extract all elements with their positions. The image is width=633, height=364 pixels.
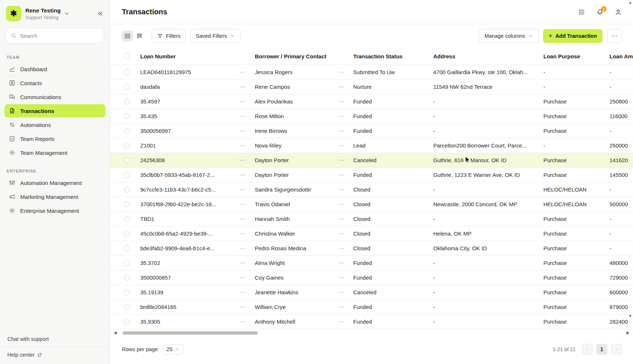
sidebar-item-marketing-management[interactable]: Marketing Management bbox=[4, 190, 105, 203]
kanban-view-button[interactable] bbox=[134, 30, 145, 41]
rows-per-page-select[interactable]: 25 bbox=[163, 344, 184, 354]
table-row[interactable]: LEAD640118129975 ⋯ Jessica Rogers ⋯ Subm… bbox=[110, 65, 633, 80]
table-row[interactable]: 35.3702 ⋯ Alma Wright ⋯ Funded - Purchas… bbox=[110, 256, 633, 270]
row-actions-ellipsis-icon[interactable]: ⋯ bbox=[239, 201, 246, 207]
notifications-bell-icon[interactable]: 1 bbox=[596, 8, 604, 16]
row-checkbox[interactable] bbox=[124, 187, 130, 193]
row-actions-ellipsis-icon[interactable]: ⋯ bbox=[239, 128, 246, 134]
row-actions-ellipsis-icon[interactable]: ⋯ bbox=[339, 230, 345, 237]
tasks-checklist-icon[interactable] bbox=[578, 8, 585, 16]
select-all-checkbox[interactable] bbox=[124, 53, 130, 59]
row-actions-ellipsis-icon[interactable]: ⋯ bbox=[339, 157, 345, 163]
scroll-up-icon[interactable]: ▲ bbox=[629, 1, 632, 4]
workspace-switcher[interactable]: ✱ Rene Testing Support Testing bbox=[0, 0, 110, 26]
row-checkbox[interactable] bbox=[124, 128, 130, 134]
row-actions-ellipsis-icon[interactable]: ⋯ bbox=[239, 113, 246, 119]
previous-page-button[interactable] bbox=[582, 344, 593, 355]
row-actions-ellipsis-icon[interactable]: ⋯ bbox=[339, 245, 345, 251]
row-actions-ellipsis-icon[interactable]: ⋯ bbox=[239, 157, 246, 163]
table-row[interactable]: dasdafa ⋯ Rene Campos ⋯ Nurture 11549 NW… bbox=[110, 80, 633, 94]
horizontal-scrollbar[interactable]: ◀ ▶ bbox=[110, 329, 633, 336]
row-actions-ellipsis-icon[interactable]: ⋯ bbox=[339, 318, 345, 325]
row-checkbox[interactable] bbox=[124, 260, 130, 266]
horizontal-scrollbar-thumb[interactable] bbox=[123, 331, 258, 335]
sidebar-item-automation-management[interactable]: Automation Management bbox=[4, 176, 105, 189]
more-options-button[interactable]: ⋯ bbox=[607, 29, 622, 43]
row-actions-ellipsis-icon[interactable]: ⋯ bbox=[339, 216, 345, 222]
table-row[interactable]: 37001f68-2f60-422e-be2c-18... ⋯ Travis O… bbox=[110, 197, 633, 212]
row-actions-ellipsis-icon[interactable]: ⋯ bbox=[339, 98, 345, 105]
row-actions-ellipsis-icon[interactable]: ⋯ bbox=[239, 318, 246, 325]
row-actions-ellipsis-icon[interactable]: ⋯ bbox=[239, 230, 246, 237]
row-checkbox[interactable] bbox=[124, 143, 130, 149]
row-actions-ellipsis-icon[interactable]: ⋯ bbox=[339, 304, 345, 310]
sidebar-item-team-management[interactable]: Team Management bbox=[4, 146, 105, 159]
table-row[interactable]: 35.435 ⋯ Rose Milton ⋯ Funded - Purchase… bbox=[110, 109, 633, 124]
page-1-button[interactable]: 1 bbox=[596, 344, 607, 355]
sidebar-item-enterprise-management[interactable]: Enterprise Management bbox=[4, 204, 105, 217]
row-actions-ellipsis-icon[interactable]: ⋯ bbox=[339, 172, 345, 178]
row-checkbox[interactable] bbox=[124, 245, 130, 251]
row-actions-ellipsis-icon[interactable]: ⋯ bbox=[339, 69, 345, 75]
table-row[interactable]: 3500056997 ⋯ Irene Birrows ⋯ Funded - Pu… bbox=[110, 124, 633, 138]
row-actions-ellipsis-icon[interactable]: ⋯ bbox=[339, 260, 345, 266]
scroll-right-icon[interactable]: ▶ bbox=[626, 331, 629, 335]
row-checkbox[interactable] bbox=[124, 113, 130, 119]
saved-filters-button[interactable]: Saved Filters bbox=[190, 29, 240, 43]
row-actions-ellipsis-icon[interactable]: ⋯ bbox=[239, 172, 246, 178]
table-row[interactable]: 35.9305 ⋯ Anthony Mitchell ⋯ Funded - Pu… bbox=[110, 314, 633, 329]
sidebar-item-communications[interactable]: Communications bbox=[4, 90, 105, 103]
row-actions-ellipsis-icon[interactable]: ⋯ bbox=[239, 98, 246, 105]
row-actions-ellipsis-icon[interactable]: ⋯ bbox=[339, 142, 345, 149]
table-row[interactable]: 24256308 ⋯ Dayton Porter ⋯ Canceled Guth… bbox=[110, 153, 633, 168]
collapse-sidebar-icon[interactable] bbox=[97, 10, 104, 17]
sidebar-item-contacts[interactable]: Contacts bbox=[4, 76, 105, 90]
row-actions-ellipsis-icon[interactable]: ⋯ bbox=[239, 69, 246, 75]
sidebar-item-dashboard[interactable]: Dashboard bbox=[4, 62, 105, 76]
help-center-link[interactable]: Help center bbox=[0, 347, 110, 363]
sidebar-item-automations[interactable]: Automations bbox=[4, 118, 105, 131]
filters-button[interactable]: Filters bbox=[152, 29, 186, 43]
row-checkbox[interactable] bbox=[124, 69, 130, 75]
row-actions-ellipsis-icon[interactable]: ⋯ bbox=[239, 304, 246, 310]
manage-columns-button[interactable]: Manage columns bbox=[479, 29, 538, 43]
row-actions-ellipsis-icon[interactable]: ⋯ bbox=[239, 186, 246, 193]
row-checkbox[interactable] bbox=[124, 99, 130, 105]
row-actions-ellipsis-icon[interactable]: ⋯ bbox=[339, 201, 345, 207]
profile-avatar-icon[interactable] bbox=[615, 8, 622, 16]
row-actions-ellipsis-icon[interactable]: ⋯ bbox=[339, 128, 345, 134]
row-checkbox[interactable] bbox=[124, 231, 130, 237]
table-row[interactable]: 3500000857 ⋯ Coy Gaines ⋯ Funded - Purch… bbox=[110, 270, 633, 285]
row-actions-ellipsis-icon[interactable]: ⋯ bbox=[239, 84, 246, 90]
row-checkbox[interactable] bbox=[124, 172, 130, 178]
table-row[interactable]: 9c7ccfe3-11b3-43c7-b6c2-c5... ⋯ Sandra S… bbox=[110, 182, 633, 197]
row-actions-ellipsis-icon[interactable]: ⋯ bbox=[339, 113, 345, 119]
sidebar-item-transactions[interactable]: Transactions bbox=[4, 104, 105, 117]
table-view-button[interactable] bbox=[122, 30, 133, 41]
table-row[interactable]: 45c0c0b8-65a2-4929-be39-... ⋯ Christina … bbox=[110, 226, 633, 241]
row-actions-ellipsis-icon[interactable]: ⋯ bbox=[239, 216, 246, 222]
table-row[interactable]: Z1001 ⋯ Nova Riley ⋯ Lead Parcelton200 B… bbox=[110, 138, 633, 153]
row-actions-ellipsis-icon[interactable]: ⋯ bbox=[239, 260, 246, 266]
search-input[interactable] bbox=[20, 33, 99, 39]
table-row[interactable]: TBD1 ⋯ Hannah Smith ⋯ Closed - Purchase … bbox=[110, 212, 633, 226]
row-checkbox[interactable] bbox=[124, 201, 130, 207]
row-checkbox[interactable] bbox=[124, 84, 130, 90]
row-actions-ellipsis-icon[interactable]: ⋯ bbox=[339, 186, 345, 193]
row-checkbox[interactable] bbox=[124, 157, 130, 163]
next-page-button[interactable] bbox=[611, 344, 622, 355]
row-actions-ellipsis-icon[interactable]: ⋯ bbox=[239, 245, 246, 251]
row-checkbox[interactable] bbox=[124, 319, 130, 325]
chevron-down-icon[interactable] bbox=[64, 10, 70, 17]
add-transaction-button[interactable]: + Add Transaction bbox=[543, 29, 603, 43]
row-checkbox[interactable] bbox=[124, 304, 130, 310]
table-row[interactable]: 35.19139 ⋯ Jeanette Hawkins ⋯ Canceled -… bbox=[110, 285, 633, 300]
table-row[interactable]: 35.4597 ⋯ Alex Poularikas ⋯ Funded - Pur… bbox=[110, 94, 633, 109]
table-row[interactable]: bde3fab2-9909-4ea6-b1c4-e... ⋯ Pedro Ros… bbox=[110, 241, 633, 256]
row-checkbox[interactable] bbox=[124, 216, 130, 222]
row-checkbox[interactable] bbox=[124, 275, 130, 281]
scroll-down-icon[interactable]: ▼ bbox=[629, 314, 632, 318]
chat-with-support-link[interactable]: Chat with support bbox=[0, 331, 110, 347]
row-actions-ellipsis-icon[interactable]: ⋯ bbox=[339, 274, 345, 281]
row-actions-ellipsis-icon[interactable]: ⋯ bbox=[339, 289, 345, 295]
